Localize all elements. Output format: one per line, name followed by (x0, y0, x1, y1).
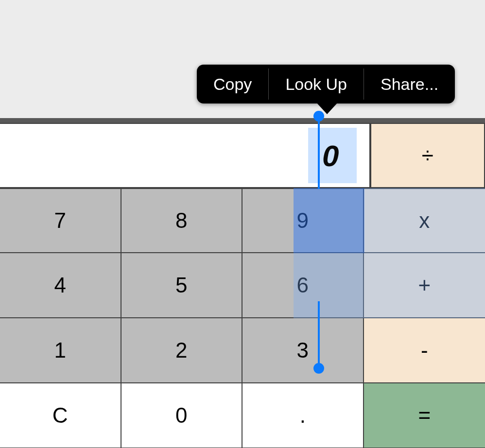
popover-arrow-icon (316, 103, 338, 114)
key-1[interactable]: 1 (0, 318, 121, 383)
calculator-display[interactable]: 0 (0, 123, 370, 188)
add-button[interactable]: + (364, 253, 485, 318)
display-value: 0 (322, 138, 339, 173)
calculator: 0 ÷ 7 8 9 x 4 5 6 + 1 2 3 - C 0 . = (0, 123, 485, 448)
key-8[interactable]: 8 (121, 188, 243, 253)
key-0[interactable]: 0 (121, 383, 243, 448)
subtract-button[interactable]: - (364, 318, 485, 383)
key-5[interactable]: 5 (121, 253, 243, 318)
key-9[interactable]: 9 (242, 188, 364, 253)
divide-button[interactable]: ÷ (370, 123, 485, 188)
context-menu-lookup[interactable]: Look Up (269, 65, 364, 103)
separator-bar (0, 118, 485, 123)
equals-button[interactable]: = (364, 383, 485, 448)
clear-button[interactable]: C (0, 383, 121, 448)
key-7[interactable]: 7 (0, 188, 121, 253)
display-row: 0 ÷ (0, 123, 485, 188)
decimal-button[interactable]: . (242, 383, 364, 448)
multiply-button[interactable]: x (364, 188, 485, 253)
key-2[interactable]: 2 (121, 318, 243, 383)
key-3[interactable]: 3 (242, 318, 364, 383)
context-menu-share[interactable]: Share... (364, 65, 455, 103)
text-context-menu: Copy Look Up Share... (197, 65, 455, 103)
key-6[interactable]: 6 (242, 253, 364, 318)
context-menu-copy[interactable]: Copy (197, 65, 268, 103)
keypad: 7 8 9 x 4 5 6 + 1 2 3 - C 0 . = (0, 188, 485, 448)
key-4[interactable]: 4 (0, 253, 121, 318)
